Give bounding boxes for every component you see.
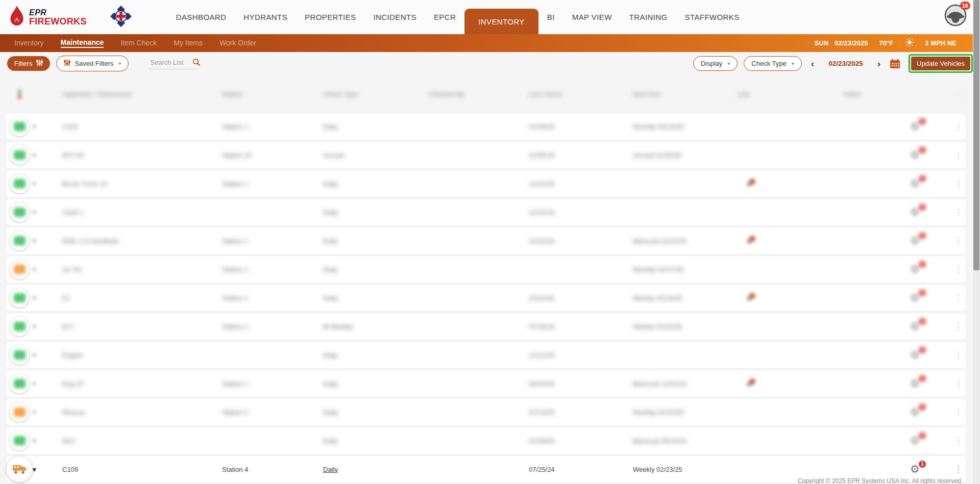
check-type-cell[interactable]: Daily xyxy=(323,294,429,302)
user-avatar[interactable]: 16 xyxy=(944,4,967,27)
display-dropdown[interactable]: Display ▾ xyxy=(693,56,738,71)
nav-tab-hydrants[interactable]: HYDRANTS xyxy=(235,0,296,34)
nav-tab-staffworks[interactable]: STAFFWORKS xyxy=(676,0,748,34)
table-row[interactable]: ▾E17Station 2Bi-Weekly07/15/24Weekly 02/… xyxy=(6,313,966,340)
expand-row-icon[interactable]: ▾ xyxy=(33,294,36,301)
check-type-cell[interactable]: Daily xyxy=(323,409,429,416)
row-settings-gear-icon[interactable]: ⚙1 xyxy=(910,206,922,218)
nav-tab-properties[interactable]: PROPERTIES xyxy=(296,0,364,34)
expand-row-icon[interactable]: ▾ xyxy=(33,123,36,130)
row-menu-icon[interactable]: ⋮ xyxy=(954,464,963,475)
check-type-cell[interactable]: Bi-Weekly xyxy=(323,323,429,330)
selected-date[interactable]: 02/23/2025 xyxy=(828,60,863,67)
table-row[interactable]: ▾E1Station 1Daily10/10/24Weekly 02/14/25… xyxy=(6,285,966,311)
check-type-cell[interactable]: Daily xyxy=(323,237,429,245)
check-type-cell[interactable]: Daily xyxy=(323,180,429,188)
row-settings-gear-icon[interactable]: ⚙ 1 xyxy=(910,463,922,475)
row-settings-gear-icon[interactable]: ⚙1 xyxy=(910,435,922,447)
apparatus-cell[interactable]: Eng 10 xyxy=(62,380,222,388)
table-row[interactable]: ▾Air TrlrStation 1DailyMonthly 02/17/25⚙… xyxy=(6,256,966,283)
search-icon[interactable] xyxy=(192,58,201,68)
filters-button[interactable]: Filters xyxy=(7,56,50,71)
vehicle-status-icon[interactable] xyxy=(10,145,29,165)
subnav-tab-item-check[interactable]: Item Check xyxy=(120,39,157,47)
scrollbar-thumb[interactable] xyxy=(973,0,979,270)
apparatus-cell[interactable]: C109 xyxy=(62,466,222,473)
column-header-last-check[interactable]: Last Check xyxy=(529,90,633,98)
vertical-scrollbar[interactable] xyxy=(973,0,980,484)
saved-filters-dropdown[interactable]: Saved Filters ▾ xyxy=(56,56,129,71)
table-row[interactable]: ▾RescueStation 2Daily07/14/25Monthly 02/… xyxy=(6,399,966,425)
vehicle-status-icon[interactable] xyxy=(10,431,29,450)
nav-tab-bi[interactable]: BI xyxy=(538,0,564,34)
row-menu-icon[interactable]: ⋮ xyxy=(954,121,963,132)
check-type-cell[interactable]: Daily xyxy=(323,437,429,445)
row-menu-icon[interactable]: ⋮ xyxy=(954,321,963,332)
expand-row-icon[interactable]: ▾ xyxy=(33,180,36,187)
row-menu-icon[interactable]: ⋮ xyxy=(954,436,963,446)
table-row[interactable]: ▾Eng 10Station 1Daily08/20/24Biannual 12… xyxy=(6,370,966,397)
column-header-next-due[interactable]: Next Due xyxy=(633,90,738,98)
apparatus-cell[interactable]: A100 xyxy=(62,123,222,131)
vehicle-status-icon[interactable] xyxy=(10,202,29,222)
column-header-checked-by[interactable]: Checked By xyxy=(429,90,529,98)
row-menu-icon[interactable]: ⋮ xyxy=(954,264,963,275)
subnav-tab-my-items[interactable]: My Items xyxy=(174,39,203,47)
nav-tab-inventory[interactable]: INVENTORY xyxy=(464,9,538,34)
row-settings-gear-icon[interactable]: ⚙1 xyxy=(910,349,922,361)
apparatus-cell[interactable]: Brush Truck 10 xyxy=(62,180,222,188)
expand-row-icon[interactable]: ▾ xyxy=(33,409,36,416)
table-row[interactable]: ▾EMS 1-5 HandheldStation 1Daily12/10/24B… xyxy=(6,227,966,254)
apparatus-cell[interactable]: Rescue xyxy=(62,409,222,416)
column-header-link[interactable]: Link xyxy=(738,90,844,98)
calendar-icon[interactable] xyxy=(890,59,900,69)
expand-row-icon[interactable]: ▾ xyxy=(33,380,36,387)
row-menu-icon[interactable]: ⋮ xyxy=(954,207,963,218)
check-type-cell[interactable]: Daily xyxy=(323,351,429,359)
row-settings-gear-icon[interactable]: ⚙1 xyxy=(910,292,922,304)
vehicle-status-icon[interactable] xyxy=(10,402,29,422)
vehicle-status-icon[interactable] xyxy=(10,288,29,308)
row-settings-gear-icon[interactable]: ⚙1 xyxy=(910,377,922,390)
row-menu-icon[interactable]: ⋮ xyxy=(954,407,963,418)
apparatus-cell[interactable]: BAT 60 xyxy=(62,151,222,159)
check-type-dropdown[interactable]: Check Type ▾ xyxy=(744,56,801,71)
vehicle-status-icon[interactable] xyxy=(10,260,29,279)
check-type-cell[interactable]: Daily xyxy=(323,123,429,131)
apparatus-cell[interactable]: M10 xyxy=(62,437,222,445)
row-settings-gear-icon[interactable]: ⚙1 xyxy=(910,120,922,133)
subnav-tab-work-order[interactable]: Work Order xyxy=(219,39,256,47)
column-header-apparatus-warehouse[interactable]: Apparatus / Warehouse xyxy=(62,90,222,98)
next-date-button[interactable]: › xyxy=(877,59,880,68)
update-vehicles-button[interactable]: Update Vehicles xyxy=(911,57,970,70)
apparatus-cell[interactable]: Engine xyxy=(62,351,222,359)
search-input[interactable] xyxy=(149,58,191,67)
vehicle-status-icon[interactable] xyxy=(10,374,29,393)
expand-row-icon[interactable]: ▾ xyxy=(33,151,36,159)
column-header-notes[interactable]: Notes xyxy=(844,90,950,98)
row-settings-gear-icon[interactable]: ⚙1 xyxy=(910,320,922,333)
row-menu-icon[interactable]: ⋮ xyxy=(954,179,963,189)
prev-date-button[interactable]: ‹ xyxy=(811,59,814,68)
row-settings-gear-icon[interactable]: ⚙1 xyxy=(910,177,922,190)
nav-tab-map-view[interactable]: MAP VIEW xyxy=(564,0,621,34)
table-row[interactable]: ▾Brush Truck 10Station 1Daily12/10/24⚙1⋮ xyxy=(6,170,966,197)
link-attachment-icon[interactable] xyxy=(746,295,757,303)
nav-tab-dashboard[interactable]: DASHBOARD xyxy=(167,0,235,34)
apparatus-cell[interactable]: Air Trlr xyxy=(62,266,222,273)
expand-row-icon[interactable]: ▾ xyxy=(33,466,36,473)
link-attachment-icon[interactable] xyxy=(746,380,757,389)
check-type-link[interactable]: Daily xyxy=(323,466,429,473)
table-row[interactable]: ▾Chief 1Daily12/10/24⚙1⋮ xyxy=(6,199,966,225)
notification-badge[interactable]: 16 xyxy=(960,2,970,10)
row-menu-icon[interactable]: ⋮ xyxy=(954,378,963,389)
vehicle-status-icon[interactable] xyxy=(10,317,29,336)
apparatus-cell[interactable]: EMS 1-5 Handheld xyxy=(62,237,222,245)
row-settings-gear-icon[interactable]: ⚙1 xyxy=(910,235,922,247)
table-row[interactable]: ▾BAT 60Station 10Annual01/05/25Annual 01… xyxy=(6,142,966,168)
row-menu-icon[interactable]: ⋮ xyxy=(954,293,963,303)
expand-row-icon[interactable]: ▾ xyxy=(33,266,36,273)
subnav-tab-inventory[interactable]: Inventory xyxy=(14,39,44,47)
vehicle-status-icon[interactable] xyxy=(10,345,29,365)
column-header-station[interactable]: Station xyxy=(222,90,323,98)
